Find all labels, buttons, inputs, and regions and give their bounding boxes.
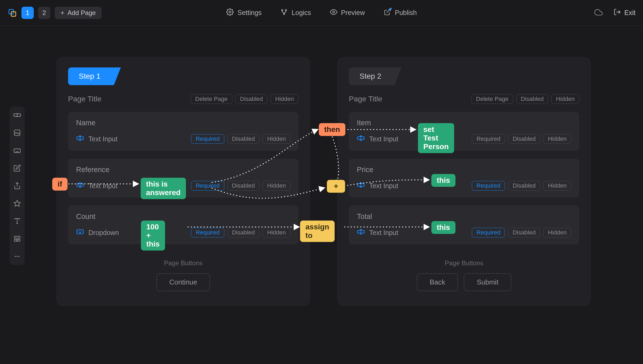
field-item-label: Item bbox=[357, 119, 571, 127]
panel-step-2: Step 2 Page Title Delete Page Disabled H… bbox=[337, 57, 591, 306]
svg-point-5 bbox=[283, 13, 285, 14]
logic-token-this-is-answered[interactable]: this is answered bbox=[141, 178, 186, 199]
plus-icon: + bbox=[61, 9, 64, 17]
exit-icon bbox=[614, 8, 621, 17]
chip-required[interactable]: Required bbox=[472, 228, 505, 237]
continue-button[interactable]: Continue bbox=[156, 273, 210, 291]
gear-icon bbox=[226, 8, 234, 17]
chip-required[interactable]: Required bbox=[191, 181, 224, 191]
field-name[interactable]: Name Text Input Required Disabled Hidden bbox=[68, 112, 298, 151]
add-page-label: Add Page bbox=[68, 9, 96, 17]
chip-hidden[interactable]: Hidden bbox=[543, 181, 571, 191]
nav-preview[interactable]: Preview bbox=[330, 8, 365, 17]
svg-point-2 bbox=[229, 11, 231, 13]
nav-settings[interactable]: Settings bbox=[226, 8, 261, 17]
logic-token-100-plus-this[interactable]: 100 + this bbox=[141, 221, 165, 251]
eye-icon bbox=[330, 8, 337, 17]
field-total-label: Total bbox=[357, 213, 571, 221]
hidden-page-1[interactable]: Hidden bbox=[271, 94, 298, 104]
canvas: Step 1 Page Title Delete Page Disabled H… bbox=[56, 57, 627, 353]
tool-keyboard-icon[interactable] bbox=[12, 146, 22, 155]
submit-button[interactable]: Submit bbox=[464, 273, 511, 291]
tool-layout-icon[interactable] bbox=[12, 234, 22, 244]
app-logo bbox=[8, 8, 17, 18]
chip-hidden[interactable]: Hidden bbox=[263, 134, 290, 144]
nav-publish-label: Publish bbox=[395, 9, 417, 17]
nav-publish[interactable]: Publish bbox=[384, 8, 417, 17]
field-reference-type: Text Input bbox=[88, 182, 117, 190]
chip-hidden[interactable]: Hidden bbox=[543, 134, 571, 144]
field-count-type: Dropdown bbox=[88, 229, 119, 237]
back-button[interactable]: Back bbox=[417, 273, 458, 291]
hidden-page-2[interactable]: Hidden bbox=[551, 94, 579, 104]
field-total[interactable]: Total Text Input Required Disabled Hidde… bbox=[349, 206, 579, 244]
chip-required[interactable]: Required bbox=[472, 181, 505, 191]
tool-edit-icon[interactable] bbox=[12, 163, 22, 173]
nav-logics-label: Logics bbox=[292, 9, 311, 17]
text-input-icon bbox=[76, 181, 84, 191]
field-reference-label: Reference bbox=[76, 166, 290, 174]
exit-label: Exit bbox=[624, 9, 635, 17]
external-link-icon bbox=[384, 8, 391, 17]
disabled-page-2[interactable]: Disabled bbox=[516, 94, 548, 104]
delete-page-1[interactable]: Delete Page bbox=[191, 94, 232, 104]
svg-point-22 bbox=[17, 256, 18, 257]
nav-preview-label: Preview bbox=[341, 9, 365, 17]
field-item-type: Text Input bbox=[369, 135, 398, 143]
field-count[interactable]: Count Dropdown Required Disabled Hidden bbox=[68, 206, 298, 244]
step-2-tab[interactable]: Step 2 bbox=[349, 67, 395, 85]
tool-text-input-icon[interactable] bbox=[12, 110, 22, 120]
logic-token-assign-to[interactable]: assign to bbox=[300, 221, 335, 242]
field-item[interactable]: Item Text Input Required Disabled Hidden bbox=[349, 112, 579, 151]
chip-required[interactable]: Required bbox=[472, 134, 505, 144]
page-title-1[interactable]: Page Title bbox=[68, 95, 102, 103]
field-name-label: Name bbox=[76, 119, 290, 127]
logic-token-then[interactable]: then bbox=[319, 123, 345, 136]
chip-hidden[interactable]: Hidden bbox=[263, 228, 290, 237]
top-center-nav: Settings Logics Preview Publish bbox=[226, 8, 417, 17]
tool-more-icon[interactable] bbox=[12, 252, 22, 261]
tool-image-icon[interactable] bbox=[12, 128, 22, 138]
logic-token-this-price[interactable]: this bbox=[431, 174, 455, 187]
exit-button[interactable]: Exit bbox=[614, 8, 635, 17]
chip-disabled[interactable]: Disabled bbox=[227, 134, 260, 144]
svg-line-7 bbox=[387, 9, 390, 13]
field-count-label: Count bbox=[76, 213, 290, 221]
text-input-icon bbox=[76, 134, 84, 144]
cloud-sync-button[interactable] bbox=[594, 8, 603, 18]
logic-token-this-total[interactable]: this bbox=[431, 221, 455, 234]
chip-disabled[interactable]: Disabled bbox=[227, 228, 260, 237]
chip-hidden[interactable]: Hidden bbox=[263, 181, 290, 191]
logic-token-set-test-person[interactable]: set Test Person bbox=[418, 123, 454, 153]
chip-disabled[interactable]: Disabled bbox=[508, 134, 540, 144]
tool-text-icon[interactable] bbox=[12, 216, 22, 226]
chip-disabled[interactable]: Disabled bbox=[227, 181, 260, 191]
tool-star-icon[interactable] bbox=[12, 199, 22, 208]
nav-logics[interactable]: Logics bbox=[281, 8, 311, 17]
chip-required[interactable]: Required bbox=[191, 228, 224, 237]
svg-rect-12 bbox=[14, 149, 20, 153]
add-page-button[interactable]: + Add Page bbox=[55, 7, 102, 19]
svg-rect-11 bbox=[14, 130, 20, 136]
chip-hidden[interactable]: Hidden bbox=[543, 228, 571, 237]
svg-point-21 bbox=[15, 256, 16, 257]
chip-disabled[interactable]: Disabled bbox=[508, 228, 540, 237]
field-total-type: Text Input bbox=[369, 229, 398, 237]
svg-point-23 bbox=[18, 256, 20, 257]
field-price[interactable]: Price Text Input Required Disabled Hidde… bbox=[349, 159, 579, 198]
step-1-label: Step 1 bbox=[79, 72, 100, 81]
page-tab-1[interactable]: 1 bbox=[21, 7, 34, 19]
disabled-page-1[interactable]: Disabled bbox=[235, 94, 268, 104]
delete-page-2[interactable]: Delete Page bbox=[472, 94, 513, 104]
page-title-2[interactable]: Page Title bbox=[349, 95, 382, 103]
step-2-label: Step 2 bbox=[360, 72, 381, 81]
tool-export-icon[interactable] bbox=[12, 181, 22, 191]
chip-required[interactable]: Required bbox=[191, 134, 224, 144]
page-tab-2[interactable]: 2 bbox=[38, 7, 50, 19]
page-buttons-label-1: Page Buttons bbox=[68, 259, 298, 267]
step-1-tab[interactable]: Step 1 bbox=[68, 67, 114, 85]
topbar: 1 2 + Add Page Settings Logics Preview P… bbox=[0, 0, 643, 26]
logic-token-if[interactable]: if bbox=[52, 178, 68, 191]
chip-disabled[interactable]: Disabled bbox=[508, 181, 540, 191]
logic-token-plus[interactable]: + bbox=[327, 180, 345, 193]
